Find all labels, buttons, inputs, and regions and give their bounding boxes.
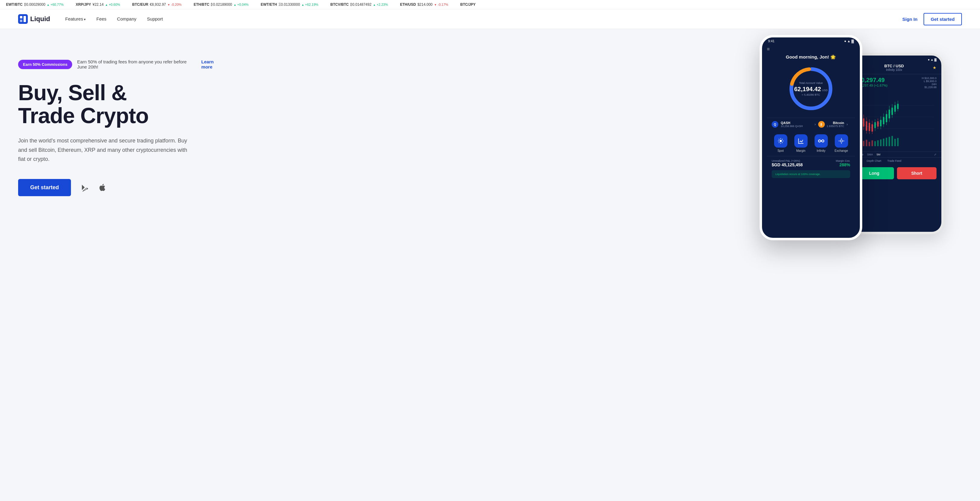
svg-rect-41	[886, 122, 887, 125]
account-btc: ≈ 5.40286 BTC	[794, 93, 828, 96]
circle-center: Total Account Value 62,194.42 USD ≈ 5.40…	[794, 81, 828, 96]
coin-item-btc: ₿ Bitcoin 1.935075 BTC	[818, 121, 844, 128]
svg-rect-40	[886, 110, 887, 114]
ticker-pair-5: BTCV/BTC	[330, 2, 349, 6]
svg-point-7	[780, 140, 782, 142]
ticker-pair-4: EWT/ETH	[261, 2, 277, 6]
ticker-pair-0: EWT/BTC	[6, 2, 23, 6]
svg-rect-60	[874, 141, 876, 146]
android-store-icon[interactable]	[80, 182, 91, 193]
hero-actions: Get started	[18, 179, 223, 196]
svg-rect-39	[886, 114, 887, 122]
phone2-leverage: Infinity 100x	[884, 68, 904, 72]
ticker-change-6: -0.17%	[434, 3, 448, 6]
svg-rect-53	[898, 109, 898, 111]
svg-rect-58	[869, 142, 870, 146]
phone2-price-section: $10,297.49 +$10,297.49 (+1.67%) H $10,30…	[850, 74, 941, 91]
nav-item-company[interactable]: Company	[117, 16, 137, 22]
nav-item-features[interactable]: Features	[65, 16, 86, 22]
sign-in-button[interactable]: Sign In	[902, 17, 918, 22]
phone2-footer: Book Depth Chart Trade Feed	[850, 157, 941, 164]
promo-text: Earn 50% of trading fees from anyone you…	[77, 59, 195, 69]
ticker-price-3: ₿0.02189000	[211, 2, 232, 6]
svg-rect-31	[878, 118, 878, 121]
liquidation-text: Liquidation occurs at 100% coverage.	[775, 173, 846, 176]
svg-rect-15	[863, 118, 864, 126]
svg-rect-0	[18, 14, 28, 24]
ticker-item-5: BTCV/BTC ₿0.01487492 +2.23%	[330, 2, 388, 6]
svg-rect-64	[886, 138, 887, 146]
ticker-item-3: ETH/BTC ₿0.02189000 +0.04%	[194, 2, 248, 6]
infinity-icon	[815, 134, 828, 148]
svg-rect-65	[889, 137, 890, 146]
svg-rect-2	[20, 20, 22, 22]
depth-chart-tab[interactable]: Depth Chart	[867, 159, 881, 162]
spot-icon	[774, 134, 788, 148]
ticker-pair-2: BTC/EUR	[132, 2, 148, 6]
expand-icon[interactable]: ⤢	[934, 153, 937, 156]
margin-action-btn[interactable]: Margin	[792, 134, 810, 153]
svg-rect-68	[897, 138, 899, 146]
svg-rect-37	[883, 113, 884, 117]
ticker-change-5: +2.23%	[373, 3, 388, 6]
short-button[interactable]: Short	[897, 167, 937, 179]
sma-tab[interactable]: SMA	[867, 153, 873, 156]
ticker-pair-1: XRP/JPY	[76, 2, 91, 6]
ticker-item-7: BTC/JPY	[460, 2, 476, 6]
ticker-pair-3: ETH/BTC	[194, 2, 209, 6]
svg-rect-43	[889, 106, 889, 110]
nav-get-started-button[interactable]: Get started	[924, 13, 962, 25]
svg-rect-66	[891, 136, 893, 146]
phone2-actions: Long Short	[850, 164, 941, 182]
account-value: 62,194.42	[794, 86, 821, 93]
phone2-icons: ● ▲ ▓	[928, 58, 937, 61]
ticker-item-2: BTC/EUR €8,932.97 -0.20%	[132, 2, 182, 6]
ticker-price-2: €8,932.97	[150, 2, 166, 6]
logo[interactable]: Liquid	[18, 14, 50, 24]
chevron-right-icon-2: ›	[846, 122, 848, 126]
spot-action-btn[interactable]: Spot	[772, 134, 789, 153]
infinity-action-btn[interactable]: Infinity	[812, 134, 830, 153]
ticker-pair-6: ETH/USD	[400, 2, 416, 6]
btc-name: Bitcoin	[827, 121, 844, 125]
promo-learn-more-link[interactable]: Learn more	[201, 59, 223, 69]
5m-tab[interactable]: 5M	[877, 153, 881, 156]
apple-store-icon[interactable]	[97, 182, 108, 193]
logo-icon	[18, 14, 28, 24]
btc-amount: 1.935075 BTC	[827, 125, 844, 128]
ticker-change-1: +0.60%	[105, 3, 120, 6]
ticker-item-4: EWT/ETH Ξ0.01330000 +62.19%	[261, 2, 318, 6]
star-icon[interactable]: ★	[932, 65, 937, 70]
nav-item-fees[interactable]: Fees	[96, 16, 106, 22]
ticker-price-4: Ξ0.01330000	[278, 2, 300, 6]
trade-feed-tab[interactable]: Trade Feed	[887, 159, 901, 162]
svg-point-8	[840, 140, 842, 142]
ticker-price-1: ¥22.14	[92, 2, 103, 6]
account-label: Total Account Value	[794, 81, 828, 84]
svg-rect-44	[889, 118, 889, 122]
promo-badge: Earn 50% Commissions	[18, 60, 72, 69]
ticker-item-6: ETH/USD $214.000 -0.17%	[400, 2, 448, 6]
phone2-pair: BTC / USD	[884, 64, 904, 68]
ticker-bar: EWT/BTC ₿0.00029000 +60.77% XRP/JPY ¥22.…	[0, 0, 980, 10]
nav-item-support[interactable]: Support	[147, 16, 163, 22]
ticker-change-3: +0.04%	[234, 3, 249, 6]
ticker-inner: EWT/BTC ₿0.00029000 +60.77% XRP/JPY ¥22.…	[0, 2, 980, 6]
ticker-price-0: ₿0.00029000	[24, 2, 45, 6]
exchange-action-btn[interactable]: Exchange	[832, 134, 850, 153]
svg-rect-46	[892, 104, 892, 108]
qash-info: QASH 10,258.966 QASH	[781, 121, 803, 128]
svg-rect-24	[872, 124, 873, 132]
store-icons	[80, 182, 108, 193]
hero-get-started-button[interactable]: Get started	[18, 179, 71, 196]
action-buttons: Spot Margin Infinity	[767, 131, 855, 156]
svg-rect-28	[875, 119, 875, 122]
unrealized-label: Unrealized P&L (+26%)	[772, 159, 803, 162]
ticker-price-6: $214.000	[418, 2, 433, 6]
svg-rect-22	[869, 119, 870, 123]
hero-title-line2: Trade Crypto	[18, 103, 148, 128]
chart-area	[850, 91, 941, 151]
svg-rect-62	[880, 140, 881, 146]
exchange-label: Exchange	[834, 149, 848, 153]
phone2-status: 9:41 ● ▲ ▓	[850, 56, 941, 62]
